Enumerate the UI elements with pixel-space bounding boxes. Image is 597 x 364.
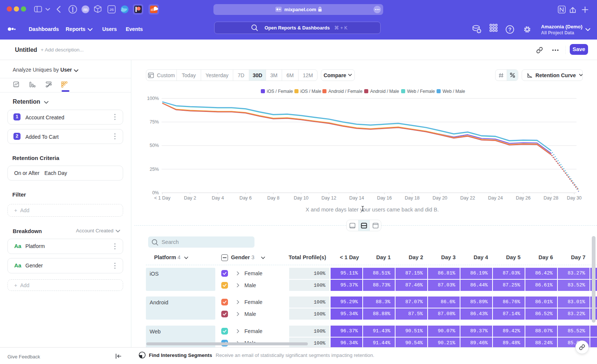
svg-text:mixpanel.com: mixpanel.com bbox=[284, 7, 316, 12]
svg-text:All Project Data: All Project Data bbox=[541, 30, 574, 35]
svg-text:?: ? bbox=[508, 26, 512, 32]
svg-text:Day 28: Day 28 bbox=[544, 195, 559, 201]
svg-text:Open Reports & Dashboards: Open Reports & Dashboards bbox=[265, 25, 330, 31]
svg-text:Day 30: Day 30 bbox=[567, 195, 582, 201]
svg-text:0%: 0% bbox=[152, 190, 159, 195]
svg-text:Android / Male: Android / Male bbox=[370, 89, 399, 94]
svg-text:Day 6: Day 6 bbox=[240, 195, 252, 201]
svg-text:iOS / Male: iOS / Male bbox=[300, 89, 321, 94]
svg-text:25%: 25% bbox=[150, 167, 159, 172]
svg-text:m: m bbox=[83, 7, 88, 12]
svg-text:Day 14: Day 14 bbox=[349, 195, 364, 201]
svg-text:Day 22: Day 22 bbox=[460, 195, 475, 201]
svg-text:Day 4: Day 4 bbox=[212, 195, 224, 201]
svg-text:100%: 100% bbox=[147, 96, 159, 101]
svg-text:Events: Events bbox=[126, 26, 143, 32]
svg-text:50%: 50% bbox=[150, 143, 159, 148]
svg-text:Users: Users bbox=[102, 26, 117, 32]
svg-text:< 1 Day: < 1 Day bbox=[154, 195, 171, 201]
svg-text:Day 20: Day 20 bbox=[432, 195, 447, 201]
svg-text:Day 26: Day 26 bbox=[516, 195, 531, 201]
svg-text:Reports: Reports bbox=[66, 26, 85, 32]
svg-text:Day 8: Day 8 bbox=[267, 195, 279, 201]
svg-text:Day 16: Day 16 bbox=[377, 195, 392, 201]
svg-text:Day 24: Day 24 bbox=[488, 195, 503, 201]
svg-text:Day 10: Day 10 bbox=[294, 195, 309, 201]
svg-text:Web / Female: Web / Female bbox=[407, 89, 435, 94]
svg-text:Day 12: Day 12 bbox=[322, 195, 337, 201]
svg-text:Web / Male: Web / Male bbox=[443, 89, 465, 94]
svg-text:JS: JS bbox=[109, 7, 114, 12]
svg-text:Day 18: Day 18 bbox=[405, 195, 420, 201]
svg-text:Android / Female: Android / Female bbox=[328, 89, 363, 94]
svg-text:Amazonia {Demo}: Amazonia {Demo} bbox=[541, 24, 582, 29]
svg-text:75%: 75% bbox=[150, 119, 159, 125]
svg-text:⌘ + K: ⌘ + K bbox=[334, 25, 348, 31]
svg-text:Dashboards: Dashboards bbox=[29, 26, 59, 32]
svg-text:iOS / Female: iOS / Female bbox=[267, 89, 293, 94]
svg-text:Day 2: Day 2 bbox=[184, 195, 196, 201]
